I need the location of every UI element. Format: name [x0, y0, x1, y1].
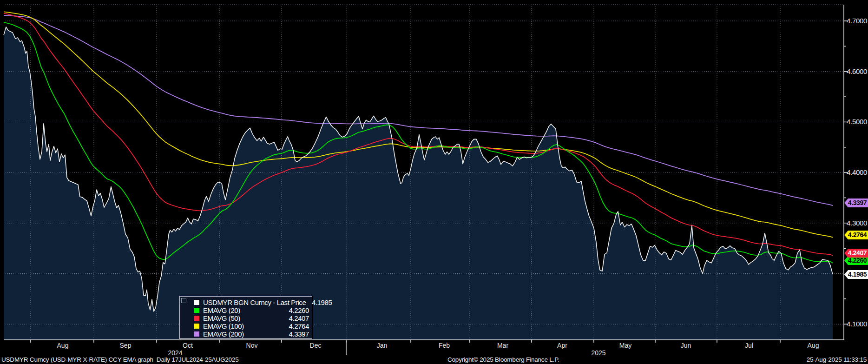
series-last-value: 4.1985	[306, 298, 332, 306]
legend-row[interactable]: EMAVG (20) 4.2260	[194, 306, 309, 314]
series-name: EMAVG (50)	[203, 314, 283, 322]
chart-legend[interactable]: − USDMYR BGN Curncy - Last Price 4.1985 …	[179, 296, 312, 339]
series-last-value: 4.3397	[283, 330, 309, 338]
series-color-swatch	[194, 315, 200, 321]
bloomberg-chart-screen: 4.70004.60004.50004.40004.30004.1000 4.1…	[0, 0, 868, 364]
series-name: USDMYR BGN Curncy - Last Price	[203, 298, 306, 306]
series-last-value: 4.2407	[283, 314, 309, 322]
series-name: EMAVG (200)	[203, 330, 283, 338]
legend-collapse-icon[interactable]: −	[181, 298, 186, 303]
series-name: EMAVG (100)	[203, 322, 283, 330]
series-color-swatch	[194, 299, 200, 305]
series-color-swatch	[194, 307, 200, 313]
series-color-swatch	[194, 331, 200, 337]
legend-row[interactable]: USDMYR BGN Curncy - Last Price 4.1985	[194, 298, 309, 306]
series-color-swatch	[194, 323, 200, 329]
timestamp: 25-Aug-2025 11:33:15	[807, 356, 867, 363]
copyright-text: Copyright© 2025 Bloomberg Finance L.P.	[447, 356, 559, 363]
chart-title-footer: USDMYR Curncy (USD-MYR X-RATE) CCY EMA g…	[1, 356, 238, 363]
series-last-value: 4.2260	[283, 306, 309, 314]
series-name: EMAVG (20)	[203, 306, 283, 314]
legend-row[interactable]: EMAVG (100) 4.2764	[194, 322, 309, 330]
series-last-value: 4.2764	[283, 322, 309, 330]
legend-row[interactable]: EMAVG (200) 4.3397	[194, 330, 309, 338]
price-chart-canvas[interactable]	[0, 0, 868, 364]
legend-row[interactable]: EMAVG (50) 4.2407	[194, 314, 309, 322]
